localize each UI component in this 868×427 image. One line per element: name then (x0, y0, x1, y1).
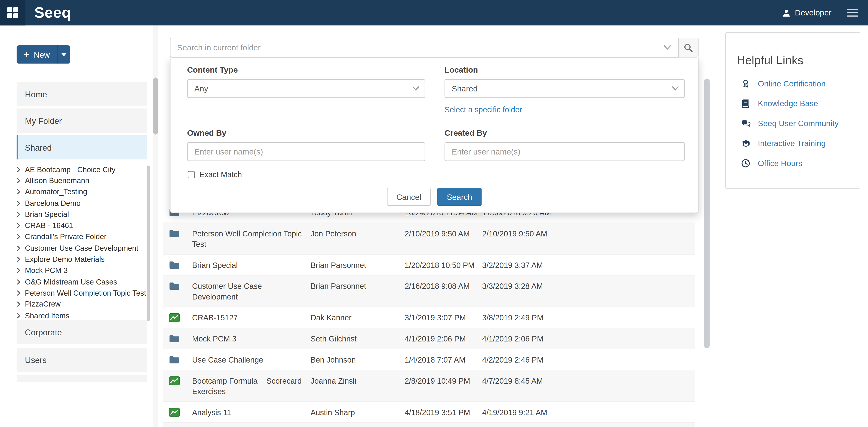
row-owner: Ben Johnson (311, 355, 405, 365)
search-button[interactable]: Search (437, 188, 482, 206)
chevron-right-icon[interactable] (17, 245, 25, 251)
table-row[interactable]: Peterson Well Completion Topic TestJon P… (163, 223, 695, 254)
search-input[interactable] (170, 38, 678, 57)
sidebar-tree-item[interactable]: CRAB - 16461 (17, 220, 146, 232)
sidebar-tree-item[interactable]: Peterson Well Completion Topic Test (17, 287, 146, 299)
tree-item-label: Brian Special (25, 210, 69, 219)
row-updated-date: 3/8/2019 2:49 PM (482, 312, 695, 323)
chevron-right-icon[interactable] (17, 222, 25, 229)
sidebar-item-clipped[interactable] (17, 375, 147, 382)
analysis-icon (169, 375, 192, 385)
helpful-links-card: Helpful Links Online CertificationKnowle… (725, 32, 860, 188)
row-updated-date: 2/10/2019 9:50 AM (482, 228, 695, 239)
sidebar-tree-item[interactable]: O&G Midstream Use Cases (17, 276, 146, 287)
helpful-link-book[interactable]: Knowledge Base (741, 93, 860, 114)
tree-scrollbar-thumb[interactable] (147, 165, 150, 321)
sidebar-scrollbar-thumb[interactable] (153, 78, 158, 134)
table-row[interactable]: CRAB-15127Dak Kanner3/1/2019 3:07 PM3/8/… (163, 307, 695, 328)
chevron-right-icon[interactable] (17, 301, 25, 307)
sidebar-tree-item[interactable]: Explore Demo Materials (17, 254, 146, 265)
chevron-right-icon[interactable] (17, 268, 25, 274)
search-dropdown-caret[interactable] (664, 45, 671, 50)
chevron-right-icon[interactable] (17, 211, 25, 217)
created-by-input[interactable] (444, 142, 685, 161)
chevron-right-icon[interactable] (17, 200, 25, 206)
sidebar-tree-item[interactable]: Shared Items (17, 310, 146, 321)
folder-icon (169, 355, 192, 364)
cancel-button[interactable]: Cancel (387, 188, 431, 206)
user-menu[interactable]: Developer (782, 8, 832, 17)
location-value: Shared (452, 84, 478, 93)
location-select[interactable]: Shared (444, 79, 685, 98)
chevron-right-icon[interactable] (17, 279, 25, 285)
helpful-link-label: Knowledge Base (758, 99, 818, 108)
table-row[interactable]: Brian SpecialBrian Parsonnet1/20/2018 10… (163, 254, 695, 276)
sidebar-item-home[interactable]: Home (17, 82, 147, 106)
sidebar-tree-item[interactable]: Crandall's Private Folder (17, 231, 146, 243)
helpful-link-certificate[interactable]: Online Certification (741, 73, 860, 93)
row-owner: Jon Peterson (311, 228, 405, 239)
new-button[interactable]: + New (17, 45, 57, 64)
seeq-logo[interactable]: Seeq (34, 4, 71, 21)
sidebar-item-shared[interactable]: Shared (17, 135, 147, 159)
tree-item-label: Barcelona Demo (25, 199, 81, 207)
owned-by-input[interactable] (187, 142, 425, 161)
sidebar-tree-item[interactable]: Mock PCM 3 (17, 265, 146, 276)
comments-icon (741, 119, 751, 128)
sidebar-item-label: Corporate (25, 327, 62, 337)
caret-down-icon (62, 53, 66, 56)
sidebar-item-corporate[interactable]: Corporate (17, 320, 147, 344)
sidebar-tree-item[interactable]: AE Bootcamp - Choice City (17, 164, 146, 175)
table-row[interactable]: Analysis 15Austin Sharp4/24/2019 2:50 PM… (163, 423, 695, 427)
sidebar-tree-item[interactable]: PizzaCrew (17, 299, 146, 310)
chevron-right-icon[interactable] (17, 256, 25, 262)
book-icon (741, 99, 751, 108)
chevron-right-icon[interactable] (17, 189, 25, 195)
table-row[interactable]: Use Case ChallengeBen Johnson1/4/2018 7:… (163, 349, 695, 370)
tree-item-label: Allison Buenemann (25, 177, 89, 185)
chevron-right-icon[interactable] (17, 234, 25, 240)
chevron-right-icon[interactable] (17, 290, 25, 296)
chevron-right-icon[interactable] (17, 166, 25, 173)
row-owner: Brian Parsonnet (311, 260, 405, 270)
row-created-date: 2/10/2019 9:50 AM (405, 228, 482, 239)
table-row[interactable]: Customer Use Case DevelopmentBrian Parso… (163, 276, 695, 307)
search-submit-button[interactable] (679, 38, 699, 58)
sidebar-tree-item[interactable]: Customer Use Case Development (17, 243, 146, 254)
sidebar-item-users[interactable]: Users (17, 347, 147, 372)
sidebar-tree-item[interactable]: Allison Buenemann (17, 175, 146, 186)
exact-match-checkbox[interactable] (188, 171, 195, 178)
hamburger-menu-button[interactable] (846, 6, 859, 19)
sidebar-item-label: Users (25, 355, 47, 364)
content-type-select[interactable]: Any (187, 79, 425, 98)
chevron-right-icon[interactable] (17, 312, 25, 318)
row-name: Peterson Well Completion Topic Test (192, 228, 310, 249)
helpful-link-graduation-cap[interactable]: Interactive Training (741, 133, 860, 153)
table-row[interactable]: Analysis 11Austin Sharp4/18/2019 3:51 PM… (163, 402, 695, 423)
row-owner: Seth Gilchrist (311, 334, 405, 344)
content-type-value: Any (194, 84, 208, 93)
folder-icon (169, 228, 192, 238)
main-scrollbar-thumb[interactable] (704, 79, 710, 348)
select-specific-folder-link[interactable]: Select a specific folder (444, 105, 522, 114)
chevron-right-icon[interactable] (17, 178, 25, 184)
row-updated-date: 3/2/2019 3:37 AM (482, 260, 695, 270)
new-button-caret[interactable] (57, 45, 70, 64)
table-row[interactable]: Bootcamp Formula + Scorecard ExercisesJo… (163, 370, 695, 402)
analysis-icon (169, 407, 192, 416)
app-grid-button[interactable] (0, 0, 25, 25)
table-row[interactable]: Mock PCM 3Seth Gilchrist4/1/2019 2:06 PM… (163, 328, 695, 349)
tree-item-label: PizzaCrew (25, 300, 61, 309)
sidebar-tree-item[interactable]: Brian Special (17, 209, 146, 220)
sidebar-item-my-folder[interactable]: My Folder (17, 109, 147, 133)
certificate-icon (741, 79, 751, 88)
tree-item-label: O&G Midstream Use Cases (25, 278, 117, 286)
row-name: Mock PCM 3 (192, 334, 310, 344)
tree-item-label: AE Bootcamp - Choice City (25, 165, 116, 174)
row-owner: Dak Kanner (311, 312, 405, 323)
sidebar-tree-item[interactable]: Automator_Testing (17, 186, 146, 197)
sidebar-tree-item[interactable]: Barcelona Demo (17, 197, 146, 209)
helpful-link-comments[interactable]: Seeq User Community (741, 114, 860, 133)
top-navbar: Seeq Developer (0, 0, 868, 25)
helpful-link-clock[interactable]: Office Hours (741, 153, 860, 173)
